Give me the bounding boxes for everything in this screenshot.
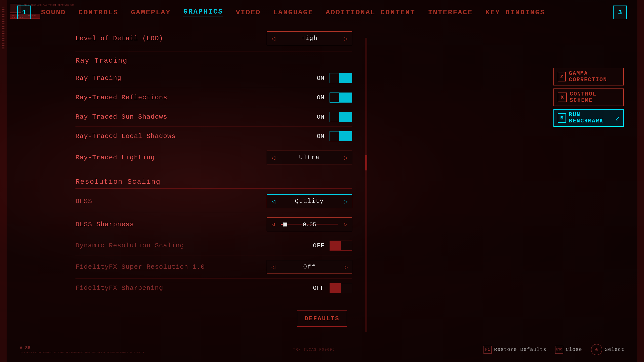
nav-items: SOUND CONTROLS GAMEPLAY GRAPHICS VIDEO L… [41, 8, 613, 17]
dlss-sharpness-slider[interactable]: ◁ 0.05 ▷ [267, 217, 352, 231]
ray-traced-reflections-toggle-container: ON [309, 93, 352, 103]
select-action[interactable]: ⊙ Select [591, 344, 624, 355]
dlss-sharpness-prev-btn[interactable]: ◁ [267, 217, 279, 231]
dynamic-resolution-scaling-label: Dynamic Resolution Scaling [75, 242, 309, 249]
fidelityfx-sharpening-label: FidelityFX Sharpening [75, 284, 309, 292]
dlss-sharpness-next-btn[interactable]: ▷ [339, 217, 352, 231]
ray-traced-reflections-label: Ray-Traced Reflections [75, 94, 309, 101]
dynamic-resolution-scaling-status: OFF [309, 242, 325, 249]
dlss-sharpness-row: DLSS Sharpness ◁ 0.05 ▷ [75, 213, 352, 236]
ray-traced-lighting-selector[interactable]: ◁ Ultra ▷ [267, 151, 352, 164]
resolution-scaling-section-header: Resolution Scaling [75, 173, 352, 189]
close-action[interactable]: ESC Close [555, 346, 582, 354]
ray-traced-sun-shadows-row: Ray-Traced Sun Shadows ON [75, 107, 352, 127]
resolution-scaling-title: Resolution Scaling [75, 178, 160, 186]
fidelityfx-super-resolution-value: Off [279, 263, 339, 270]
nav-item-gameplay[interactable]: GAMEPLAY [131, 9, 171, 16]
ray-tracing-toggle-container: ON [309, 73, 352, 83]
fidelityfx-sharpening-status: OFF [309, 285, 325, 292]
control-scheme-button[interactable]: X CONTROL SCHEME [553, 88, 624, 106]
nav-item-additional-content[interactable]: ADDITIONAL CONTENT [326, 9, 415, 16]
ray-traced-local-shadows-label: Ray-Traced Local Shadows [75, 132, 309, 140]
restore-defaults-label: Restore Defaults [494, 347, 546, 352]
dynamic-resolution-scaling-row: Dynamic Resolution Scaling OFF [75, 236, 352, 255]
scrollbar-thumb [365, 155, 367, 170]
ray-traced-lighting-next-btn[interactable]: ▷ [339, 151, 352, 164]
ray-tracing-label: Ray Tracing [75, 74, 309, 82]
dlss-value: Quality [279, 198, 339, 205]
ray-traced-sun-shadows-toggle[interactable] [330, 112, 352, 122]
close-key: ESC [555, 346, 563, 354]
lod-row: Level of Detail (LOD) ◁ High ▷ [75, 28, 352, 52]
nav-item-controls[interactable]: CONTROLS [78, 9, 118, 16]
nav-badge-left: 1 [17, 6, 31, 19]
nav-item-video[interactable]: VIDEO [236, 9, 261, 16]
select-label: Select [605, 347, 624, 352]
nav-badge-right: 3 [613, 6, 627, 19]
ray-traced-local-shadows-toggle-container: ON [309, 131, 352, 141]
fidelityfx-super-resolution-prev-btn[interactable]: ◁ [267, 260, 279, 274]
lod-value: High [279, 35, 339, 42]
fidelityfx-sharpening-toggle-container: OFF [309, 283, 352, 293]
fidelityfx-super-resolution-row: FidelityFX Super Resolution 1.0 ◁ Off ▷ [75, 255, 352, 279]
ray-tracing-toggle[interactable] [330, 73, 352, 83]
nav-item-key-bindings[interactable]: KEY BINDINGS [485, 9, 545, 16]
fidelityfx-super-resolution-selector[interactable]: ◁ Off ▷ [267, 260, 352, 274]
nav-item-graphics[interactable]: GRAPHICS [183, 8, 223, 17]
dlss-sharpness-track-area: 0.05 [279, 217, 339, 231]
dlss-sharpness-label: DLSS Sharpness [75, 221, 267, 228]
dlss-selector[interactable]: ◁ Quality ▷ [267, 194, 352, 208]
dynamic-resolution-scaling-toggle[interactable] [330, 241, 352, 251]
gamma-correction-button[interactable]: Z GAMMA CORRECTION [553, 68, 624, 85]
restore-defaults-key: F1 [484, 346, 492, 354]
ray-tracing-row: Ray Tracing ON [75, 69, 352, 88]
nav-item-interface[interactable]: INTERFACE [428, 9, 473, 16]
ray-traced-sun-shadows-toggle-container: ON [309, 112, 352, 122]
version-text: V 85 [20, 345, 145, 350]
bottom-left: V 85 ONLY DLSS AND RAY-TRACED SETTINGS A… [20, 345, 145, 354]
nav-item-language[interactable]: LANGUAGE [273, 9, 313, 16]
ray-traced-local-shadows-toggle[interactable] [330, 131, 352, 141]
nav-item-sound[interactable]: SOUND [41, 9, 66, 16]
ray-traced-lighting-label: Ray-Traced Lighting [75, 154, 267, 161]
run-benchmark-key: B [558, 113, 566, 123]
ray-traced-reflections-status: ON [309, 94, 325, 101]
run-benchmark-label: RUN BENCHMARK [569, 112, 611, 124]
restore-defaults-action[interactable]: F1 Restore Defaults [484, 346, 546, 354]
fidelityfx-sharpening-row: FidelityFX Sharpening OFF [75, 279, 352, 298]
fidelityfx-super-resolution-label: FidelityFX Super Resolution 1.0 [75, 263, 267, 271]
side-bar-right [637, 0, 644, 362]
ray-tracing-title: Ray Tracing [75, 57, 128, 65]
defaults-button[interactable]: DEFAULTS [297, 310, 347, 327]
gamepad-select-icon: ⊙ [591, 344, 602, 355]
ray-traced-sun-shadows-label: Ray-Traced Sun Shadows [75, 113, 309, 121]
main-content: Level of Detail (LOD) ◁ High ▷ Ray Traci… [75, 28, 569, 337]
lod-label: Level of Detail (LOD) [75, 35, 267, 42]
ray-traced-lighting-prev-btn[interactable]: ◁ [267, 151, 279, 164]
ray-traced-local-shadows-status: ON [309, 133, 325, 140]
ray-traced-reflections-toggle[interactable] [330, 93, 352, 103]
ray-traced-sun-shadows-status: ON [309, 114, 325, 120]
right-buttons: Z GAMMA CORRECTION X CONTROL SCHEME B RU… [553, 68, 624, 127]
ray-traced-lighting-row: Ray-Traced Lighting ◁ Ultra ▷ [75, 146, 352, 169]
fidelityfx-super-resolution-next-btn[interactable]: ▷ [339, 260, 352, 274]
side-bar-left-text: ▌▌▌▌▌▌▌▌▌▌▌▌▌▌▌▌▌▌▌▌▌▌▌▌▌ [2, 8, 5, 50]
ray-tracing-section-header: Ray Tracing [75, 52, 352, 67]
gamma-correction-key: Z [558, 72, 566, 81]
dynamic-resolution-scaling-toggle-container: OFF [309, 241, 352, 251]
dlss-sharpness-thumb [283, 222, 287, 227]
lod-selector[interactable]: ◁ High ▷ [267, 31, 352, 45]
dlss-prev-btn[interactable]: ◁ [267, 194, 279, 208]
gamma-correction-label: GAMMA CORRECTION [569, 70, 620, 83]
dlss-sharpness-value: 0.05 [303, 222, 316, 228]
scrollbar[interactable] [365, 38, 367, 332]
ray-traced-reflections-row: Ray-Traced Reflections ON [75, 88, 352, 107]
lod-prev-btn[interactable]: ◁ [267, 31, 279, 45]
dlss-next-btn[interactable]: ▷ [339, 194, 352, 208]
dlss-row: DLSS ◁ Quality ▷ [75, 190, 352, 213]
bottom-right-actions: F1 Restore Defaults ESC Close ⊙ Select [484, 344, 624, 355]
run-benchmark-button[interactable]: B RUN BENCHMARK ↙ [553, 109, 624, 127]
lod-next-btn[interactable]: ▷ [339, 31, 352, 45]
side-bar-left: ▌▌▌▌▌▌▌▌▌▌▌▌▌▌▌▌▌▌▌▌▌▌▌▌▌ [0, 0, 7, 362]
fidelityfx-sharpening-toggle[interactable] [330, 283, 352, 293]
